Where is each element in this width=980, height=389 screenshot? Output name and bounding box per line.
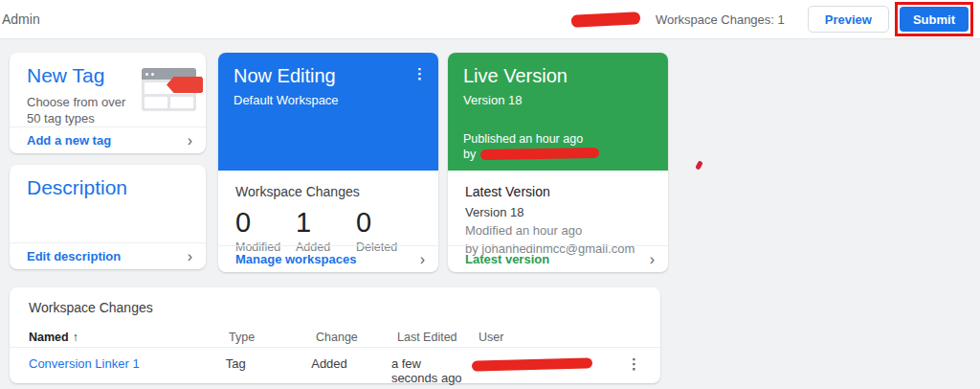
nav-tab-admin[interactable]: Admin <box>2 11 40 27</box>
column-header-type[interactable]: Type <box>229 331 316 344</box>
stat-modified-value: 0 <box>235 208 296 237</box>
row-user <box>472 356 627 373</box>
column-header-last-edited[interactable]: Last Edited <box>397 331 479 344</box>
gtm-workspace-screen: Admin Workspace Changes: 1 Preview Submi… <box>0 0 980 389</box>
red-tag-icon <box>167 77 203 93</box>
latest-version-link[interactable]: Latest version › <box>448 245 668 272</box>
latest-version-summary: Latest Version Version 18 Modified an ho… <box>448 171 668 256</box>
latest-version-link-label: Latest version <box>465 252 549 266</box>
new-tag-subtitle: Choose from over 50 tag types <box>27 94 142 126</box>
table-title: Workspace Changes <box>29 300 153 315</box>
row-type: Tag <box>226 356 312 371</box>
red-dot-annotation <box>695 160 703 170</box>
new-tag-card: New Tag Choose from over 50 tag types Ad… <box>10 53 206 153</box>
row-kebab-menu-icon[interactable]: ⋮ <box>627 355 641 372</box>
now-editing-title: Now Editing <box>234 65 423 87</box>
live-version-title: Live Version <box>463 65 653 87</box>
kebab-menu-icon[interactable]: ⋮ <box>412 66 427 80</box>
workspace-changes-summary: Workspace Changes 0 Modified 1 Added 0 D… <box>218 171 438 254</box>
manage-workspaces-link[interactable]: Manage workspaces › <box>218 245 438 272</box>
published-info: Published an hour ago by <box>463 131 599 162</box>
latest-version-number: Version 18 <box>465 205 651 219</box>
table-row: Conversion Linker 1 Tag Added a few seco… <box>10 347 660 383</box>
topbar-actions: Workspace Changes: 1 Preview Submit <box>571 2 980 36</box>
published-time: Published an hour ago <box>463 131 599 147</box>
topbar: Admin Workspace Changes: 1 Preview Submi… <box>0 0 980 39</box>
chevron-right-icon: › <box>420 252 425 267</box>
column-header-named[interactable]: Named↑ <box>29 331 229 344</box>
tag-window-icon <box>142 68 196 111</box>
now-editing-card: Now Editing Default Workspace ⋮ Workspac… <box>218 53 438 272</box>
table-header-row: Named↑ Type Change Last Edited User <box>10 328 660 347</box>
add-new-tag-link[interactable]: Add a new tag › <box>10 126 206 153</box>
now-editing-workspace-name: Default Workspace <box>234 93 423 107</box>
column-header-user[interactable]: User <box>479 331 636 344</box>
chevron-right-icon: › <box>188 133 192 149</box>
submit-button[interactable]: Submit <box>900 7 969 32</box>
latest-version-modified: Modified an hour ago <box>465 223 651 238</box>
redaction-scribble <box>480 148 599 160</box>
row-last-edited: a few seconds ago <box>391 356 472 385</box>
description-card: Description Edit description › <box>10 165 206 269</box>
edit-description-label: Edit description <box>27 249 121 263</box>
workspace-changes-count: Workspace Changes: 1 <box>656 12 785 27</box>
sort-ascending-icon: ↑ <box>73 331 78 344</box>
edit-description-link[interactable]: Edit description › <box>10 242 206 269</box>
chevron-right-icon: › <box>188 249 192 264</box>
stat-deleted-value: 0 <box>356 208 416 237</box>
add-new-tag-label: Add a new tag <box>27 133 111 148</box>
redaction-scribble <box>571 11 641 28</box>
live-version-card: Live Version Version 18 Published an hou… <box>448 53 668 272</box>
now-editing-header[interactable]: Now Editing Default Workspace ⋮ <box>218 53 438 171</box>
description-title: Description <box>27 176 127 199</box>
stat-added-value: 1 <box>296 208 356 237</box>
live-version-number: Version 18 <box>463 93 653 107</box>
workspace-changes-table-card: Workspace Changes Named↑ Type Change Las… <box>10 287 660 383</box>
workspace-changes-label: Workspace Changes <box>235 184 421 199</box>
latest-version-label: Latest Version <box>465 184 651 199</box>
row-name-link[interactable]: Conversion Linker 1 <box>29 356 226 371</box>
submit-highlight-annotation: Submit <box>895 2 973 36</box>
chevron-right-icon: › <box>650 252 655 267</box>
published-by: by <box>463 147 599 162</box>
manage-workspaces-label: Manage workspaces <box>235 252 356 266</box>
live-version-header[interactable]: Live Version Version 18 Published an hou… <box>448 53 668 171</box>
column-header-change[interactable]: Change <box>316 331 397 344</box>
row-change: Added <box>311 356 391 371</box>
preview-button[interactable]: Preview <box>808 6 889 33</box>
redaction-scribble <box>472 357 592 371</box>
new-tag-title: New Tag <box>27 64 104 87</box>
